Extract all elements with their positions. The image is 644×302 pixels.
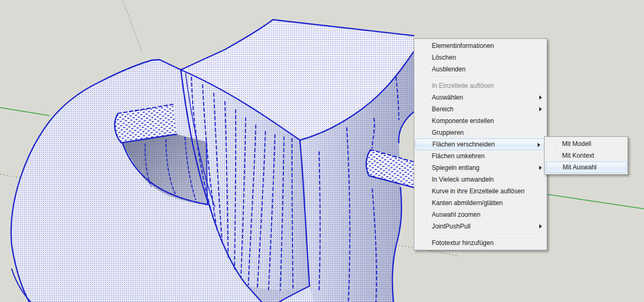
intersect-submenu: Mit ModellMit KontextMit Auswahl <box>544 136 628 175</box>
menu-item-elementinformationen[interactable]: Elementinformationen <box>414 40 547 52</box>
menu-item-komponente-erstellen[interactable]: Komponente erstellen <box>414 115 547 127</box>
menu-item-bereich[interactable]: Bereich <box>414 103 547 115</box>
menu-item-mit-auswahl[interactable]: Mit Auswahl <box>546 161 626 173</box>
menu-item-flächen-verschneiden[interactable]: Flächen verschneiden <box>415 138 546 150</box>
submenu-arrow-icon <box>539 107 542 111</box>
menu-item-auswahl-zoomen[interactable]: Auswahl zoomen <box>414 209 547 221</box>
context-menu: ElementinformationenLöschenAusblendenIn … <box>414 38 547 250</box>
submenu-arrow-icon <box>539 95 542 100</box>
sketchup-viewport: { "colors": { "selection_blue": "#1B22CC… <box>0 0 644 302</box>
menu-item-in-vieleck-umwandeln[interactable]: In Vieleck umwandeln <box>414 174 547 185</box>
submenu-arrow-icon <box>539 166 542 170</box>
menu-item-löschen[interactable]: Löschen <box>414 52 547 63</box>
menu-item-jointpushpull[interactable]: JointPushPull <box>414 221 547 232</box>
menu-separator <box>414 75 547 80</box>
menu-item-auswählen[interactable]: Auswählen <box>414 92 547 103</box>
menu-item-kanten-abmildern-glätten[interactable]: Kanten abmildern/glätten <box>414 197 547 209</box>
menu-item-gruppieren[interactable]: Gruppieren <box>414 127 547 138</box>
menu-separator <box>414 232 547 237</box>
submenu-arrow-icon <box>538 143 540 147</box>
menu-item-spiegeln-entlang[interactable]: Spiegeln entlang <box>414 162 547 174</box>
menu-item-flächen-umkehren[interactable]: Flächen umkehren <box>414 150 547 162</box>
menu-item-kurve-in-ihre-einzelteile-auflösen[interactable]: Kurve in ihre Einzelteile auflösen <box>414 185 547 197</box>
menu-item-ausblenden[interactable]: Ausblenden <box>414 63 547 75</box>
menu-item-in-einzelteile-auflösen[interactable]: In Einzelteile auflösen <box>414 80 547 92</box>
submenu-arrow-icon <box>539 224 542 228</box>
menu-item-fototextur-hinzufügen[interactable]: Fototextur hinzufügen <box>414 237 547 249</box>
menu-item-mit-kontext[interactable]: Mit Kontext <box>545 150 628 161</box>
menu-item-mit-modell[interactable]: Mit Modell <box>545 138 628 150</box>
